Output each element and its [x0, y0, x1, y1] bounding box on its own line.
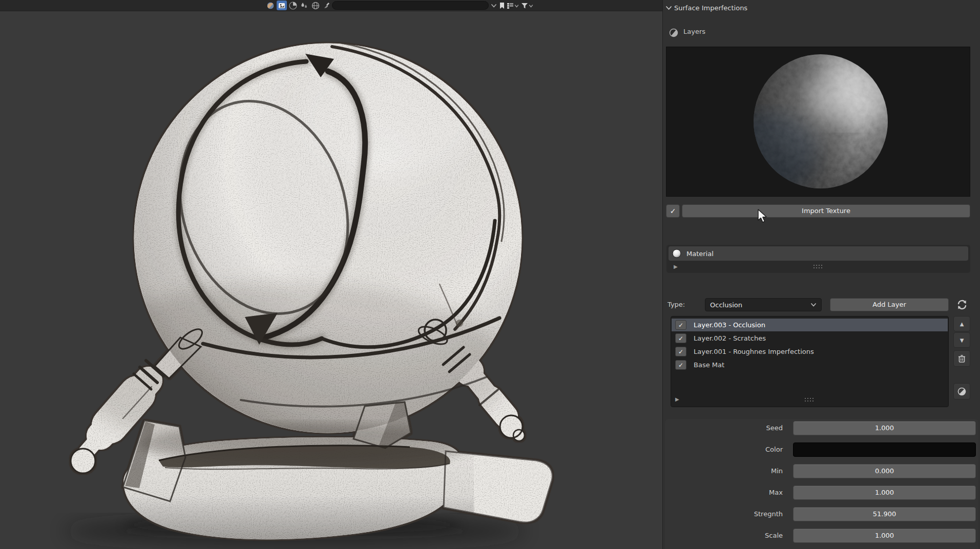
- material-sphere-icon: [672, 249, 681, 258]
- strength-label: Stregnth: [665, 507, 788, 521]
- viewport-header: [0, 0, 662, 11]
- layer-name: Layer.002 - Scratches: [694, 334, 766, 342]
- layer-row[interactable]: ✓ Layer.003 - Occlusion: [672, 319, 948, 331]
- material-selector[interactable]: Material: [669, 246, 968, 261]
- filter-funnel-icon[interactable]: [520, 2, 529, 10]
- disclosure-triangle-icon[interactable]: ▶: [675, 394, 679, 404]
- arrow-down-icon: ▼: [960, 337, 964, 343]
- min-field[interactable]: 0.000: [793, 464, 976, 478]
- drag-handle-icon[interactable]: [804, 397, 816, 402]
- max-field[interactable]: 1.000: [793, 485, 976, 500]
- layer-visibility-checkbox[interactable]: ✓: [675, 320, 686, 330]
- max-label: Max: [665, 485, 788, 500]
- texture-preview-image[interactable]: [666, 47, 970, 197]
- panel-title[interactable]: Surface Imperfections: [674, 4, 747, 13]
- layer-name: Layer.001 - Roughnes Imperfections: [694, 348, 814, 355]
- drag-handle-icon[interactable]: [813, 264, 824, 269]
- collapse-chevron-icon[interactable]: [490, 2, 498, 10]
- move-layer-down-button[interactable]: ▼: [953, 332, 970, 348]
- environment-sphere-icon[interactable]: [310, 1, 321, 10]
- filter-chevron-icon[interactable]: [528, 2, 533, 10]
- check-icon: ✓: [678, 348, 683, 355]
- layer-name: Layer.003 - Occlusion: [694, 321, 765, 329]
- layers-section-label: Layers: [683, 27, 705, 36]
- disclosure-triangle-icon[interactable]: ▶: [674, 262, 678, 271]
- layer-filter-button[interactable]: [953, 383, 970, 399]
- surface-imperfections-panel: Surface Imperfections Layers: [662, 0, 980, 549]
- chevron-down-icon: [810, 302, 817, 308]
- type-label: Type:: [668, 298, 685, 311]
- seed-label: Seed: [665, 421, 788, 435]
- display-settings-chevron-icon[interactable]: [514, 2, 519, 10]
- mouse-cursor: [758, 209, 771, 224]
- shader-ball-model[interactable]: [0, 11, 662, 549]
- display-settings-icon[interactable]: [506, 2, 514, 10]
- material-name: Material: [686, 250, 714, 258]
- material-selector-widget: Material ▶: [666, 245, 970, 273]
- contrast-sphere-icon: [957, 387, 966, 396]
- seed-field[interactable]: 1.000: [793, 421, 976, 435]
- arrow-up-icon: ▲: [960, 321, 964, 327]
- 3d-viewport[interactable]: [0, 0, 662, 549]
- layer-row[interactable]: ✓ Layer.001 - Roughnes Imperfections: [672, 345, 948, 358]
- material-expand-row[interactable]: ▶: [669, 262, 968, 271]
- material-preview-sphere-icon[interactable]: [265, 1, 276, 10]
- scale-label: Scale: [665, 529, 788, 543]
- strength-field[interactable]: 51.900: [793, 507, 976, 521]
- move-layer-up-button[interactable]: ▲: [953, 316, 970, 331]
- app-window: Surface Imperfections Layers: [0, 0, 980, 549]
- panel-collapse-chevron-icon[interactable]: [665, 5, 672, 11]
- fluid-drops-icon[interactable]: [299, 1, 309, 10]
- check-icon: ✓: [678, 362, 683, 369]
- color-swatch[interactable]: [793, 442, 976, 457]
- layer-visibility-checkbox[interactable]: ✓: [675, 347, 686, 356]
- refresh-button[interactable]: [954, 297, 970, 312]
- image-texture-icon[interactable]: [277, 1, 287, 10]
- check-icon: ✓: [670, 207, 676, 215]
- import-texture-checkbox[interactable]: ✓: [666, 204, 680, 218]
- color-label: Color: [665, 442, 788, 457]
- layers-sphere-icon: [669, 28, 678, 37]
- layer-row[interactable]: ✓ Layer.002 - Scratches: [672, 332, 948, 345]
- import-texture-button[interactable]: Import Texture: [682, 204, 970, 218]
- layer-properties-panel: Seed 1.000 Color Min 0.000 Max 1.000 Str…: [665, 419, 978, 549]
- layer-name: Base Mat: [694, 361, 724, 369]
- refresh-icon: [956, 299, 968, 310]
- check-icon: ✓: [678, 335, 683, 342]
- layer-list: ✓ Layer.003 - Occlusion ✓ Layer.002 - Sc…: [671, 316, 949, 407]
- bookmark-icon[interactable]: [498, 2, 506, 10]
- type-value: Occlusion: [710, 301, 742, 309]
- paint-brush-icon[interactable]: [322, 1, 332, 10]
- search-input[interactable]: [332, 1, 489, 10]
- layer-visibility-checkbox[interactable]: ✓: [675, 360, 686, 370]
- check-icon: ✓: [678, 322, 683, 329]
- delete-layer-button[interactable]: [953, 350, 970, 367]
- add-layer-button[interactable]: Add Layer: [830, 298, 949, 311]
- min-label: Min: [665, 464, 788, 478]
- scale-field[interactable]: 1.000: [793, 529, 976, 543]
- layer-row[interactable]: ✓ Base Mat: [672, 358, 948, 371]
- matcap-sphere-icon[interactable]: [288, 1, 298, 10]
- layer-visibility-checkbox[interactable]: ✓: [675, 333, 686, 343]
- trash-icon: [958, 354, 966, 363]
- type-dropdown[interactable]: Occlusion: [705, 298, 822, 311]
